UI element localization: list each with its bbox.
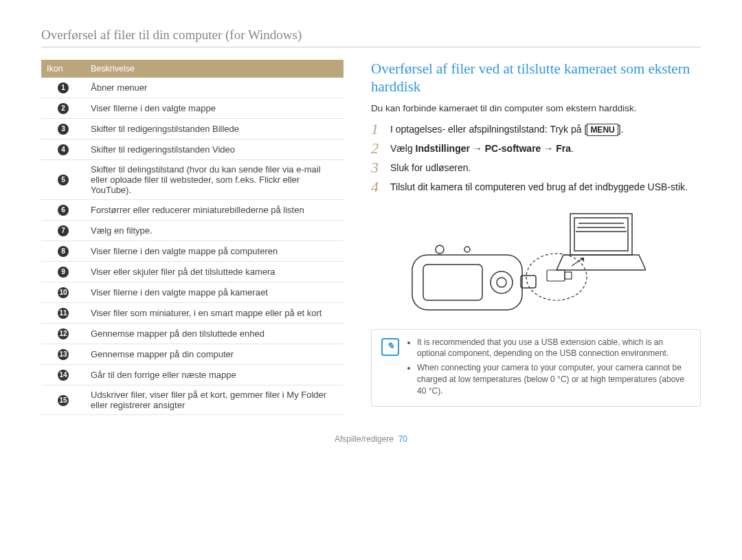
row-desc: Skifter til redigeringstilstanden Billed… — [85, 119, 344, 139]
table-row: 6Forstørrer eller reducerer miniaturebil… — [41, 200, 344, 221]
row-desc: Åbner menuer — [85, 78, 344, 98]
step-text: Vælg Indstillinger → PC-software → Fra. — [390, 141, 574, 155]
table-row: 10Viser filerne i den valgte mappe på ka… — [41, 282, 344, 303]
table-row: 8Viser filerne i den valgte mappe på com… — [41, 241, 344, 262]
step-text: Sluk for udløseren. — [390, 160, 471, 175]
row-number-icon: 1 — [58, 82, 69, 93]
svg-point-5 — [491, 271, 513, 293]
note-item: It is recommended that you use a USB ext… — [417, 337, 690, 360]
table-row: 13Gennemse mapper på din computer — [41, 344, 344, 365]
row-number-icon: 13 — [58, 349, 69, 360]
row-number-icon: 8 — [58, 246, 69, 257]
row-number-icon: 11 — [58, 308, 69, 319]
two-column-layout: Ikon Beskrivelse 1Åbner menuer 2Viser fi… — [41, 60, 701, 415]
row-desc: Viser filerne i den valgte mappe på comp… — [85, 241, 344, 262]
step-item: 2 Vælg Indstillinger → PC-software → Fra… — [371, 141, 701, 156]
row-number-icon: 6 — [58, 205, 69, 216]
row-number-icon: 4 — [58, 144, 69, 155]
row-number-icon: 5 — [58, 175, 69, 186]
step-text-post: . — [571, 143, 574, 154]
row-desc: Viser filer som miniaturer, i en smart m… — [85, 303, 344, 324]
row-number-icon: 7 — [58, 225, 69, 236]
step-item: 1 I optagelses- eller afspilningstilstan… — [371, 122, 701, 137]
row-number-icon: 12 — [58, 328, 69, 339]
note-list: It is recommended that you use a USB ext… — [406, 337, 690, 400]
step-number: 1 — [371, 122, 383, 137]
svg-rect-3 — [412, 255, 522, 310]
section-intro: Du kan forbinde kameraet til din compute… — [371, 103, 701, 113]
step-text-post: ]. — [618, 124, 624, 135]
table-row: 2Viser filerne i den valgte mappe — [41, 98, 344, 119]
row-number-icon: 9 — [58, 267, 69, 278]
row-desc: Gennemse mapper på din computer — [85, 344, 344, 365]
step-number: 4 — [371, 179, 383, 194]
table-row: 12Gennemse mapper på den tilsluttede enh… — [41, 324, 344, 344]
svg-rect-4 — [423, 265, 482, 300]
row-number-icon: 10 — [58, 287, 69, 298]
page-number: 70 — [398, 434, 407, 444]
step-item: 4 Tilslut dit kamera til computeren ved … — [371, 179, 701, 194]
table-row: 7Vælg en filtype. — [41, 221, 344, 241]
table-row: 11Viser filer som miniaturer, i en smart… — [41, 303, 344, 324]
table-header-desc: Beskrivelse — [85, 60, 344, 78]
note-item: When connecting your camera to your comp… — [417, 362, 690, 396]
right-column: Overførsel af filer ved at tilslutte kam… — [371, 60, 701, 415]
row-desc: Gennemse mapper på den tilsluttede enhed — [85, 324, 344, 344]
step-text-pre: I optagelses- eller afspilningstilstand:… — [390, 124, 587, 135]
footer-section: Afspille/redigere — [335, 434, 394, 444]
note-box: ✎ It is recommended that you use a USB e… — [371, 329, 701, 407]
left-column: Ikon Beskrivelse 1Åbner menuer 2Viser fi… — [41, 60, 344, 415]
menu-key-icon: MENU — [587, 124, 618, 136]
row-desc: Går til den forrige eller næste mappe — [85, 365, 344, 385]
row-number-icon: 14 — [58, 370, 69, 381]
table-row: 9Viser eller skjuler filer på det tilslu… — [41, 262, 344, 282]
table-row: 14Går til den forrige eller næste mappe — [41, 365, 344, 385]
icon-description-table: Ikon Beskrivelse 1Åbner menuer 2Viser fi… — [41, 60, 344, 415]
step-number: 2 — [371, 141, 383, 156]
row-desc: Forstørrer eller reducerer miniaturebill… — [85, 200, 344, 221]
svg-point-7 — [436, 245, 444, 254]
table-row: 5Skifter til delingstilstand (hvor du ka… — [41, 160, 344, 200]
page-footer: Afspille/redigere 70 — [41, 434, 701, 444]
row-desc: Skifter til redigeringstilstanden Video — [85, 139, 344, 160]
table-row: 4Skifter til redigeringstilstanden Video — [41, 139, 344, 160]
svg-rect-12 — [565, 272, 572, 279]
row-desc: Vælg en filtype. — [85, 221, 344, 241]
row-desc: Viser eller skjuler filer på det tilslut… — [85, 262, 344, 282]
row-desc: Skifter til delingstilstand (hvor du kan… — [85, 160, 344, 200]
step-text-pre: Vælg — [390, 143, 416, 154]
svg-rect-11 — [547, 270, 565, 281]
step-item: 3 Sluk for udløseren. — [371, 160, 701, 175]
section-heading: Overførsel af filer ved at tilslutte kam… — [371, 60, 701, 96]
row-number-icon: 2 — [58, 103, 69, 114]
row-desc: Udskriver filer, viser filer på et kort,… — [85, 385, 344, 415]
note-icon: ✎ — [381, 338, 399, 356]
svg-point-6 — [497, 278, 506, 287]
page-title: Overførsel af filer til din computer (fo… — [41, 27, 701, 47]
table-row: 3Skifter til redigeringstilstanden Bille… — [41, 119, 344, 139]
svg-rect-9 — [521, 276, 536, 288]
row-number-icon: 3 — [58, 124, 69, 135]
steps-list: 1 I optagelses- eller afspilningstilstan… — [371, 122, 701, 194]
camera-laptop-illustration — [398, 207, 646, 317]
row-desc: Viser filerne i den valgte mappe — [85, 98, 344, 119]
step-number: 3 — [371, 160, 383, 175]
row-number-icon: 15 — [58, 395, 69, 406]
step-text-bold: Indstillinger → PC-software → Fra — [416, 143, 571, 154]
table-row: 1Åbner menuer — [41, 78, 344, 98]
step-text: I optagelses- eller afspilningstilstand:… — [390, 122, 624, 136]
step-text: Tilslut dit kamera til computeren ved br… — [390, 179, 688, 194]
table-header-icon: Ikon — [41, 60, 85, 78]
table-row: 15Udskriver filer, viser filer på et kor… — [41, 385, 344, 415]
connection-diagram — [398, 207, 701, 320]
row-desc: Viser filerne i den valgte mappe på kame… — [85, 282, 344, 303]
svg-point-8 — [464, 247, 470, 252]
